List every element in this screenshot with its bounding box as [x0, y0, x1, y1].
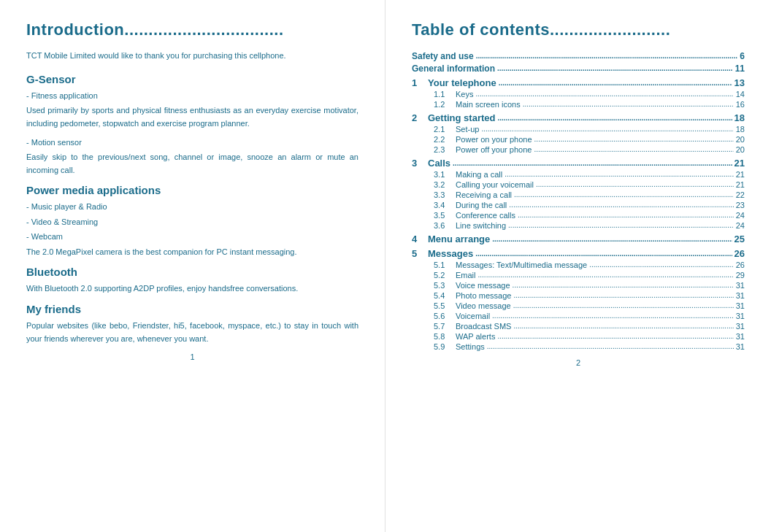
toc-row: 3.4During the call......................… [434, 201, 745, 209]
toc-row: General information.....................… [412, 63, 745, 74]
power-bullet3: - Webcam [26, 231, 358, 243]
toc-page: 18 [734, 112, 745, 123]
toc-h1-label: Calls [428, 158, 450, 169]
toc-page: 29 [736, 271, 745, 280]
toc-page: 31 [736, 342, 745, 351]
toc-h2-label: WAP alerts [456, 332, 495, 341]
toc-row: 5.2Email................................… [434, 271, 745, 280]
toc-h2-num: 5.2 [434, 271, 456, 280]
toc-h2-num: 3.6 [434, 221, 456, 230]
toc-row: 3Calls..................................… [412, 158, 745, 169]
gsensor-body2: Easily skip to the previous/next song, c… [26, 151, 358, 177]
toc-h2-label: Voice message [456, 281, 510, 290]
power-bullet2: - Video & Streaming [26, 216, 358, 228]
toc-row: 5.3Voice message........................… [434, 281, 745, 290]
toc-h2-label: Voicemail [456, 312, 490, 320]
toc-row: 5.5Video message........................… [434, 301, 745, 310]
toc-row: 5.8WAP alerts...........................… [434, 332, 745, 341]
toc-page: 31 [736, 312, 745, 320]
toc-h2-label: Keys [456, 90, 473, 99]
toc-h2-label: Power off your phone [456, 145, 532, 154]
toc-row: 5.7Broadcast SMS........................… [434, 322, 745, 331]
toc-container: Safety and use..........................… [412, 51, 745, 351]
toc-h1-label: Getting started [428, 112, 495, 123]
toc-h1-num: 4 [412, 234, 425, 244]
toc-row: 2.3Power off your phone.................… [434, 145, 745, 154]
toc-h2-num: 3.2 [434, 180, 456, 189]
toc-h2-num: 1.1 [434, 90, 456, 99]
toc-page: 6 [740, 51, 745, 61]
toc-h2-label: Making a call [456, 170, 502, 179]
toc-page: 23 [736, 201, 745, 209]
toc-row: 3.3Receiving a call.....................… [434, 190, 745, 199]
toc-title: Table of contents.......................… [412, 20, 745, 39]
toc-h2-label: Messages: Text/Multimedia message [456, 261, 587, 269]
toc-row: 5.4Photo message........................… [434, 291, 745, 300]
toc-h1-num: 2 [412, 112, 425, 123]
toc-page: 20 [736, 145, 745, 154]
toc-h2-num: 5.7 [434, 322, 456, 331]
toc-row: Safety and use..........................… [412, 51, 745, 61]
toc-page: 16 [736, 100, 745, 109]
toc-row: 3.2Calling your voicemail...............… [434, 180, 745, 189]
toc-page: 26 [734, 248, 745, 259]
toc-h2-num: 3.3 [434, 190, 456, 199]
power-media-heading: Power media applications [26, 184, 358, 196]
toc-page: 21 [734, 158, 745, 169]
gsensor-bullet1: - Fitness application [26, 90, 358, 102]
toc-page: 31 [736, 322, 745, 331]
toc-h2-num: 2.1 [434, 125, 456, 134]
intro-body: TCT Mobile Limited would like to thank y… [26, 50, 358, 63]
power-body: The 2.0 MegaPixel camera is the best com… [26, 246, 358, 259]
toc-h2-label: Email [456, 271, 476, 280]
toc-h2-label: Set-up [456, 125, 479, 134]
toc-row: 3.1Making a call........................… [434, 170, 745, 179]
toc-row: 3.5Conference calls.....................… [434, 211, 745, 220]
toc-h2-label: Video message [456, 301, 511, 310]
right-column: Table of contents.......................… [386, 0, 771, 532]
toc-h2-num: 5.4 [434, 291, 456, 300]
toc-h1-label: Your telephone [428, 77, 496, 88]
toc-h2-num: 2.2 [434, 135, 456, 144]
power-bullet1: - Music player & Radio [26, 201, 358, 213]
toc-h2-label: During the call [456, 201, 507, 209]
myfriends-heading: My friends [26, 303, 358, 315]
toc-row: 5.6Voicemail............................… [434, 312, 745, 320]
toc-row: 2.1Set-up...............................… [434, 125, 745, 134]
bluetooth-heading: Bluetooth [26, 266, 358, 278]
intro-title: Introduction............................… [26, 20, 358, 39]
toc-h1-label: Messages [428, 248, 473, 259]
toc-row: 1Your telephone.........................… [412, 77, 745, 88]
left-page-number: 1 [26, 352, 358, 361]
toc-h2-label: Power on your phone [456, 135, 532, 144]
right-page-number: 2 [412, 358, 745, 367]
toc-h2-label: Settings [456, 342, 485, 351]
toc-h2-num: 1.2 [434, 100, 456, 109]
toc-page: 11 [735, 63, 745, 74]
toc-h1-num: 1 [412, 77, 425, 88]
toc-page: 31 [736, 301, 745, 310]
toc-h2-num: 5.8 [434, 332, 456, 341]
toc-row: 5.1Messages: Text/Multimedia message....… [434, 261, 745, 269]
toc-page: 14 [736, 90, 745, 99]
left-column: Introduction............................… [0, 0, 386, 532]
toc-h2-num: 3.4 [434, 201, 456, 209]
toc-page: 31 [736, 291, 745, 300]
toc-h2-label: Receiving a call [456, 190, 512, 199]
toc-page: 24 [736, 221, 745, 230]
toc-h2-num: 5.6 [434, 312, 456, 320]
toc-row: 5.9Settings.............................… [434, 342, 745, 351]
toc-row: 1.1Keys.................................… [434, 90, 745, 99]
toc-h2-label: Calling your voicemail [456, 180, 534, 189]
myfriends-body: Popular websites (like bebo, Friendster,… [26, 320, 358, 345]
toc-row: 1.2Main screen icons....................… [434, 100, 745, 109]
toc-h1-num: 3 [412, 158, 425, 169]
toc-h2-label: Main screen icons [456, 100, 521, 109]
toc-row: 5Messages...............................… [412, 248, 745, 259]
toc-h2-num: 3.5 [434, 211, 456, 220]
toc-h2-num: 5.9 [434, 342, 456, 351]
toc-page: 25 [734, 234, 745, 244]
toc-page: 31 [736, 332, 745, 341]
toc-h2-num: 5.1 [434, 261, 456, 269]
toc-h2-num: 5.3 [434, 281, 456, 290]
